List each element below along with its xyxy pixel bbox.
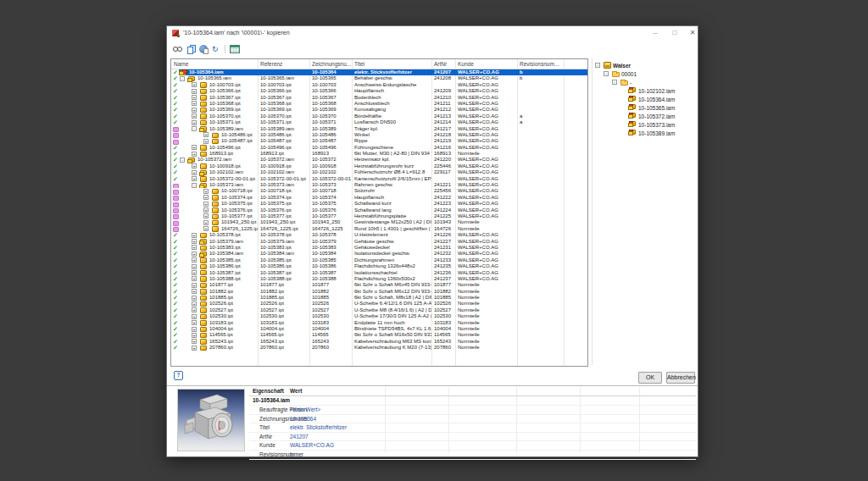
close-icon[interactable]	[686, 28, 699, 38]
maximize-icon[interactable]	[668, 28, 682, 38]
tree-expander-plus[interactable]: +	[192, 89, 197, 94]
tree-expander-plus[interactable]: +	[192, 289, 197, 294]
tree-expander-plus[interactable]: +	[203, 213, 209, 218]
table-row[interactable]: ✓+10-105385.ipt10-105385.ipt10-105385Dic…	[171, 257, 587, 263]
table-row[interactable]: ✓+10-102102.iam10-102102.iam10-102102Füh…	[171, 169, 587, 175]
column-header-zeichnungsnummer[interactable]: Zeichnungsnu...	[309, 59, 352, 69]
column-header-referenz[interactable]: Referenz	[258, 59, 309, 69]
copy-icon[interactable]	[187, 45, 195, 53]
table-row[interactable]: ✓-10-105365.iam10-105365.iam10-105365Beh…	[171, 75, 587, 81]
table-row[interactable]: ✓+114565.ipt114565.ipt1145656kt Schr o S…	[171, 332, 587, 338]
tree-expander-plus[interactable]: +	[192, 145, 197, 150]
title-bar[interactable]: '10-105364.iam' nach '\00001\-' kopieren	[167, 26, 698, 40]
tree-expander-plus[interactable]: +	[192, 95, 197, 100]
table-row[interactable]: ✓+10-105386.ipt10-105386.ipt10-105386Fla…	[171, 263, 587, 269]
table-row[interactable]: ✓-10-105372.iam10-105372.iam10-105372Hei…	[171, 157, 587, 163]
table-row[interactable]: ✓+103183.ipt103183.ipt103183Endplatte 11…	[171, 320, 587, 326]
table-row[interactable]: ✓+10-105379.iam10-105379.iam10-105379Geh…	[171, 239, 587, 245]
table-row[interactable]: +10-105375.ipt10-105375.ipt10-105375Scha…	[171, 201, 587, 207]
tree-expander-plus[interactable]: +	[192, 120, 197, 125]
tree-expander-minus[interactable]: -	[192, 183, 197, 188]
tree-expander-minus[interactable]: -	[595, 63, 600, 68]
table-row[interactable]: ✓+101877.ipt101877.ipt1018776kt Schr o S…	[171, 282, 587, 288]
tree-expander-plus[interactable]: +	[192, 264, 197, 269]
tree-expander-plus[interactable]: +	[192, 233, 197, 238]
tree-expander-plus[interactable]: +	[203, 195, 209, 200]
table-row[interactable]: ✓+10-105496.ipt10-105496.ipt10-105496Füh…	[171, 145, 587, 151]
tree-expander-plus[interactable]: +	[192, 327, 197, 332]
tree-expander-plus[interactable]: +	[192, 283, 197, 288]
table-row[interactable]: ✓+102526.ipt102526.ipt102526U-Scheibe 6.…	[171, 301, 587, 307]
table-row[interactable]: ✓+165243.ipt165243.ipt165243Kabelverschr…	[171, 339, 587, 345]
table-row[interactable]: ✓+10-105383.ipt10-105383.ipt10-105383Geh…	[171, 245, 587, 251]
tree-expander-plus[interactable]: +	[203, 139, 209, 144]
tree-node[interactable]: 10-105364.iam	[593, 95, 695, 103]
tree-expander-plus[interactable]: +	[192, 245, 197, 250]
tree-expander-minus[interactable]: -	[612, 80, 617, 85]
tree-expander-plus[interactable]: +	[192, 307, 197, 312]
table-row[interactable]: ✓+10-105378.ipt10-105378.ipt10-105378U-H…	[171, 232, 587, 238]
tree-expander-plus[interactable]: +	[192, 339, 197, 344]
table-row[interactable]: ✓+10-105372-00-01.ipt10-105372-00-01.ipt…	[171, 176, 587, 182]
tree-expander-plus[interactable]: +	[192, 170, 197, 175]
table-row[interactable]: ✓+10-105368.ipt10-105368.ipt10-105368Ans…	[171, 101, 587, 107]
table-row[interactable]: ✓+168913.ipt168913.ipt1689136kt Mutter, …	[171, 151, 587, 157]
refresh-icon[interactable]	[212, 45, 220, 53]
tree-node[interactable]: 10-105372.iam	[593, 112, 695, 120]
table-row[interactable]: ✓+10-100918.ipt10-100918.ipt10-100918Hei…	[171, 163, 587, 169]
table-row[interactable]: ✓+10-105366.ipt10-105366.ipt10-105366Hau…	[171, 88, 587, 94]
table-row[interactable]: ✓+10-105384.iam10-105384.iam10-105384Iso…	[171, 251, 587, 257]
minimize-icon[interactable]	[648, 28, 662, 38]
table-row[interactable]: ✓+10-105388.ipt10-105388.ipt10-105388Fla…	[171, 276, 587, 282]
table-row[interactable]: +10-105376.ipt10-105376.ipt10-105376Scha…	[171, 207, 587, 213]
help-icon[interactable]: ?	[174, 371, 183, 380]
column-header-name[interactable]: Name	[171, 59, 258, 69]
tree-expander-plus[interactable]: +	[203, 202, 209, 207]
tree-expander-minus[interactable]: -	[192, 126, 197, 131]
table-row[interactable]: ✓+101882.ipt101882.ipt1018826kt Schr o S…	[171, 289, 587, 295]
tree-expander-plus[interactable]: +	[192, 301, 197, 307]
tree-expander-plus[interactable]: +	[192, 346, 197, 351]
paste-icon[interactable]	[199, 45, 208, 53]
tree-expander-plus[interactable]: +	[192, 239, 197, 244]
tree-node[interactable]: --	[593, 78, 695, 86]
tree-expander-plus[interactable]: +	[203, 189, 209, 194]
find-icon[interactable]	[173, 47, 183, 52]
table-row[interactable]: ✓+10-105370.ipt10-105370.ipt10-105370Bör…	[171, 113, 587, 119]
tree-expander-plus[interactable]: +	[192, 152, 197, 157]
table-settings-icon[interactable]	[230, 45, 240, 53]
column-header-kunde[interactable]: Kunde	[455, 59, 517, 69]
table-row[interactable]: +164726_1225.ipt164726_1225.ipt164726_12…	[171, 226, 587, 232]
tree-expander-plus[interactable]: +	[192, 163, 197, 169]
table-row[interactable]: -10-105373.iam10-105373.iam10-105373Rahm…	[171, 182, 587, 188]
table-row[interactable]: ✓+104004.ipt104004.ipt104004Blindniete T…	[171, 326, 587, 332]
table-row[interactable]: ✓+10-105387.ipt10-105387.ipt10-105387Iso…	[171, 270, 587, 276]
tree-expander-plus[interactable]: +	[192, 101, 197, 106]
tree-expander-plus[interactable]: +	[192, 314, 197, 319]
column-header-artnr[interactable]: ArtNr	[431, 59, 455, 69]
tree-expander-plus[interactable]: +	[192, 276, 197, 281]
tree-expander-plus[interactable]: +	[192, 176, 197, 181]
tree-node[interactable]: 10-102102.iam	[593, 86, 695, 95]
table-row[interactable]: +10-105377.ipt10-105377.ipt10-105377Heiz…	[171, 213, 587, 219]
table-row[interactable]: ✓+10-105367.ipt10-105367.ipt10-105367Bod…	[171, 95, 587, 101]
table-row[interactable]: -10-105389.iam10-105389.iam10-105389Träg…	[171, 126, 587, 132]
column-header-revisionsnummer[interactable]: Revisionsnum...	[517, 59, 564, 69]
tree-expander-plus[interactable]: +	[192, 333, 197, 338]
tree-expander-plus[interactable]: +	[192, 270, 197, 275]
tree-expander-plus[interactable]: +	[203, 132, 209, 137]
table-row[interactable]: ✓10-105364.iam10-105364elektr. Stickstof…	[171, 69, 587, 75]
table-row[interactable]: +10-100718.ipt10-100718.ipt10-100718Stüt…	[171, 188, 587, 194]
table-row[interactable]: ✓+102527.ipt102527.ipt102527U-Scheibe M8…	[171, 307, 587, 313]
tree-node[interactable]: 10-105389.iam	[593, 129, 695, 137]
tree-expander-plus[interactable]: +	[203, 220, 209, 225]
table-row[interactable]: +10-105374.ipt10-105374.ipt10-105374Haup…	[171, 195, 587, 201]
ok-button[interactable]: OK	[638, 372, 662, 384]
tree-node[interactable]: -Walser	[593, 61, 695, 69]
table-row[interactable]: +10-105486.ipt10-105486.ipt10-105486Wink…	[171, 132, 587, 138]
tree-node[interactable]: 10-105365.iam	[593, 103, 695, 112]
table-row[interactable]: ✓+10-100703.ipt10-100703.ipt10-100703Ans…	[171, 82, 587, 88]
table-row[interactable]: ✓+207860.ipt207860.ipt207860Kabelverschr…	[171, 345, 587, 351]
tree-expander-minus[interactable]: -	[180, 158, 185, 163]
tree-expander-plus[interactable]: +	[192, 113, 197, 119]
